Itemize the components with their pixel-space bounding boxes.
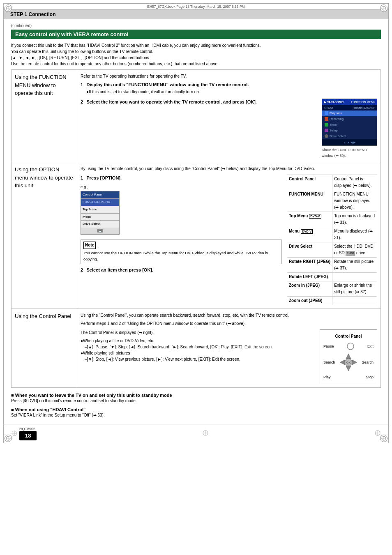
footer-cross-icon (11, 430, 18, 437)
step-header-text: STEP 1 Connection (10, 12, 55, 17)
bottom-section-1: ■ When not using "HDAVI Control" Set "VI… (11, 407, 381, 417)
option-menu-label: Using the OPTION menu window to operate … (15, 166, 73, 189)
cp-display-note: The Control Panel is displayed (➡ right)… (81, 329, 316, 336)
cp-text-block: The Control Panel is displayed (➡ right)… (81, 329, 316, 384)
bottom-sections: ■ When you want to leave the TV on and s… (11, 393, 381, 417)
continued-label: (continued) (11, 23, 381, 28)
corner-mark-br (380, 435, 387, 442)
screen-item-playback: Playback (322, 111, 377, 116)
option-menu-right-col: By using the TV remote control, you can … (77, 162, 381, 309)
step2-num: 2 (81, 99, 83, 104)
option-menu-outer: 1 Press [OPTION]. e.g., Control Panel (81, 175, 377, 305)
note-box: Note You cannot use the OPTION menu whil… (81, 240, 282, 264)
cp-step-ref: Perform steps 1 and 2 of "Using the OPTI… (81, 320, 377, 327)
bottom-heading-1: ■ When not using "HDAVI Control" (11, 407, 381, 412)
option-menu-item-menu: Menu (81, 214, 119, 221)
opt-desc-3: Menu is displayed (➡ 31). (332, 227, 377, 242)
opt-desc-0-text: Control Panel is displayed (➡ below). (334, 177, 371, 188)
function-menu-row: Using the FUNCTION MENU window to operat… (12, 70, 381, 162)
section-title-text: Easy control only with VIERA remote cont… (15, 31, 128, 37)
function-menu-right-col: Refer to the TV operating instructions f… (77, 70, 381, 162)
bottom-text-0: Press [Φ DVD] on this unit's remote cont… (11, 398, 381, 403)
control-panel-diagram: Control Panel Pause Exit Search (320, 329, 377, 384)
option-step1-text: Press [OPTION]. (86, 175, 122, 180)
cp-exit-circle (346, 342, 355, 350)
cp-intro: Using the "Control Panel", you can opera… (81, 312, 377, 319)
corner-mark-tr (380, 5, 387, 12)
opt-desc-1-text: FUNCTION MENU window is displayed (➡ abo… (334, 192, 370, 210)
cp-bullet-1: –[▲]: Pause, [▼]: Stop, [◄]: Search back… (81, 344, 316, 350)
screen-title: FUNCTION MENU (351, 100, 375, 104)
page-container: EH57_67GX.book Page 18 Thursday, March 1… (3, 3, 389, 443)
step1-intro: Refer to the TV operating instructions f… (81, 73, 377, 80)
option-menu-item-control: Control Panel (81, 191, 119, 199)
note-text: You cannot use the OPTION menu while the… (83, 250, 279, 262)
svg-marker-15 (340, 360, 345, 365)
eh67-tag: EH67 (346, 251, 355, 256)
option-step1: 1 Press [OPTION]. (81, 175, 282, 182)
opt-label-4: Drive Select (287, 242, 332, 258)
section-title-bar: Easy control only with VIERA remote cont… (11, 30, 381, 39)
note-title: Note (83, 242, 96, 249)
opt-row-5: Rotate RIGHT (JPEG) Rotate the still pic… (287, 258, 377, 273)
screen-time: Remain 30:00 SP (353, 106, 375, 110)
option-step2-num: 2 (81, 267, 83, 272)
step2-title: Select the item you want to operate with… (86, 99, 256, 104)
opt-row-6: Rotate LEFT (JPEG) (287, 273, 377, 281)
screen-bottom: ▲ ▼ ◀ ▶ (322, 139, 377, 145)
option-step2: 2 Select an item then press [OK]. (81, 267, 282, 274)
bottom-text-1: Set "VIERA Link" in the Setup menu to "O… (11, 413, 381, 417)
option-menu-item-topmenu: Top Menu (81, 206, 119, 214)
svg-marker-13 (346, 354, 351, 359)
function-menu-screen: ▶ PANASONIC FUNCTION MENU ▷ HDD Remain 3… (322, 99, 377, 159)
cp-bottom-row: Play Stop (323, 374, 374, 380)
svg-text:OK: OK (346, 361, 350, 364)
opt-row-7: Zoom in (JPEG) Enlarge or shrink the sti… (287, 281, 377, 297)
opt-label-4-text: Drive Select (289, 244, 312, 249)
control-panel-right-col: Using the "Control Panel", you can opera… (77, 309, 381, 387)
footer-right-cross-icon (374, 430, 381, 436)
screen-item-1: Playback (330, 111, 342, 116)
screen-item-setup: Setup (322, 128, 377, 134)
function-menu-caption: About the FUNCTION MENU window (➡ 59). (322, 147, 377, 159)
function-menu-label: Using the FUNCTION MENU window to operat… (15, 74, 67, 96)
cp-bullets: ●When playing a title or DVD-Video, etc.… (81, 338, 316, 362)
opt-label-0-text: Control Panel (289, 177, 316, 181)
opt-desc-0: Control Panel is displayed (➡ below). (332, 175, 377, 190)
step2-text-block: 2 Select the item you want to operate wi… (81, 99, 318, 106)
rqt-code-block: RQT8906 18 (19, 427, 37, 440)
screen-hdd-row: ▷ HDD Remain 30:00 SP (322, 105, 377, 111)
rqt-code: RQT8906 (19, 427, 37, 431)
option-item-5-text: Drive Select (83, 222, 100, 226)
step1-num: 1 (81, 82, 83, 87)
opt-label-3: Menu DVD-V (287, 227, 332, 242)
cp-pause-label: Pause (323, 343, 334, 349)
opt-label-5: Rotate RIGHT (JPEG) (287, 258, 332, 273)
opt-label-1-text: FUNCTION MENU (289, 192, 323, 196)
opt-desc-8 (332, 297, 377, 305)
corner-mark-bl (5, 435, 12, 442)
step2-block: 2 Select the item you want to operate wi… (81, 99, 377, 159)
footer-center (41, 430, 370, 437)
screen-item-recording: Recording (322, 116, 377, 122)
intro-text: If you connect this unit to the TV that … (11, 42, 381, 67)
svg-marker-14 (346, 366, 351, 371)
screen-item-drive: Drive Select (322, 134, 377, 139)
screen-mockup: ▶ PANASONIC FUNCTION MENU ▷ HDD Remain 3… (322, 99, 377, 146)
page-content: (continued) Easy control only with VIERA… (4, 19, 388, 424)
opt-label-2: Top Menu DVD-V (287, 212, 332, 227)
opt-desc-7: Enlarge or shrink the still picture (➡ 3… (332, 281, 377, 297)
cp-exit-label: Exit (367, 343, 374, 349)
option-step2-text: Select an item then press [OK]. (86, 267, 153, 272)
opt-label-7: Zoom in (JPEG) (287, 281, 332, 297)
control-panel-label: Using the Control Panel (15, 313, 71, 319)
option-step1-num: 1 (81, 175, 83, 180)
option-menu-item-drive: Drive Select (81, 221, 119, 228)
cp-stop-label: Stop (366, 374, 374, 380)
opt-label-6-text: Rotate LEFT (JPEG) (289, 274, 328, 279)
opt-desc-2: Top menu is displayed (➡ 31). (332, 212, 377, 227)
intro-line-3: [▲, ▼, ◄, ►], [OK], [RETURN], [EXIT], [O… (11, 55, 381, 61)
screen-item-5: Drive Select (330, 134, 346, 139)
opt-desc-4: Select the HDD, DVD or SD EH67 drive (332, 242, 377, 258)
intro-line-2: You can operate this unit using the foll… (11, 48, 381, 55)
